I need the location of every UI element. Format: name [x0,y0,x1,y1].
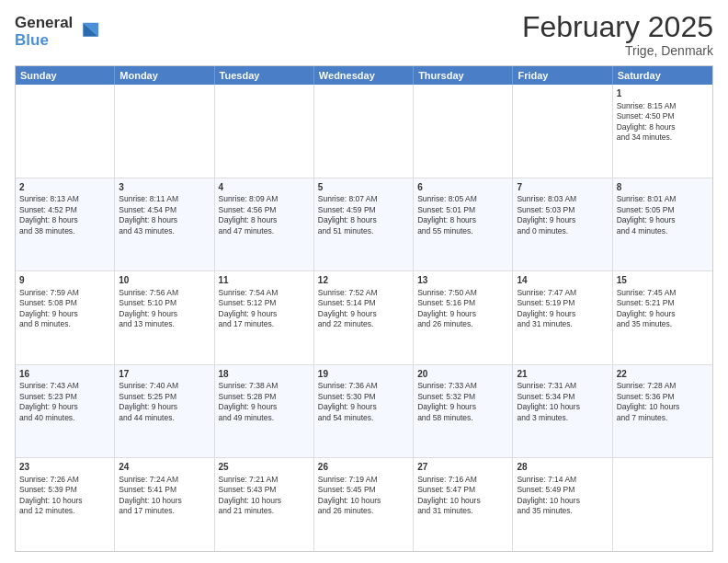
cell-content-line: Sunset: 5:23 PM [19,392,110,402]
cell-content-line: Sunrise: 7:28 AM [617,381,709,391]
cell-content-line: Sunrise: 7:56 AM [119,288,210,298]
cell-content-line: Sunrise: 8:11 AM [119,194,210,204]
cell-content-line: Sunset: 5:10 PM [119,298,210,308]
calendar-cell-w1-d5 [414,85,513,178]
cell-content-line: Sunset: 5:14 PM [318,298,409,308]
cell-content-line: Sunset: 5:30 PM [318,392,409,402]
cell-content-line: Daylight: 9 hours [417,402,508,412]
cell-content-line: Sunset: 4:59 PM [318,205,409,215]
cell-content-line: Daylight: 9 hours [517,215,608,225]
cell-content-line: and 31 minutes. [417,506,508,516]
cell-content-line: Daylight: 9 hours [19,309,110,319]
cell-content-line: Sunrise: 8:07 AM [318,194,409,204]
header-sunday: Sunday [16,66,115,85]
cell-content-line: Sunset: 5:05 PM [617,205,709,215]
calendar-cell-w1-d1 [16,85,115,178]
cell-content-line: Sunset: 5:49 PM [517,485,608,495]
cell-content-line: Daylight: 9 hours [19,402,110,412]
day-number: 25 [219,461,310,474]
cell-content-line: Sunset: 5:39 PM [19,485,110,495]
cell-content-line: Sunrise: 7:59 AM [19,288,110,298]
logo-general: General [15,15,73,32]
cell-content-line: and 51 minutes. [318,226,409,236]
cell-content-line: Daylight: 8 hours [318,215,409,225]
cell-content-line: Sunrise: 7:50 AM [417,288,508,298]
cell-content-line: Sunrise: 8:03 AM [517,194,608,204]
day-number: 2 [19,181,110,194]
cell-content-line: and 3 minutes. [517,413,608,423]
cell-content-line: Sunrise: 7:36 AM [318,381,409,391]
calendar-cell-w5-d1: 23Sunrise: 7:26 AMSunset: 5:39 PMDayligh… [16,458,115,551]
cell-content-line: and 26 minutes. [417,319,508,329]
calendar-header: Sunday Monday Tuesday Wednesday Thursday… [16,66,712,85]
cell-content-line: Daylight: 9 hours [617,309,709,319]
cell-content-line: Daylight: 10 hours [19,496,110,506]
cell-content-line: Daylight: 10 hours [617,402,709,412]
calendar-cell-w5-d3: 25Sunrise: 7:21 AMSunset: 5:43 PMDayligh… [215,458,314,551]
day-number: 26 [318,461,409,474]
cell-content-line: and 26 minutes. [318,506,409,516]
header-tuesday: Tuesday [215,66,314,85]
calendar-cell-w1-d7: 1Sunrise: 8:15 AMSunset: 4:50 PMDaylight… [613,85,712,178]
cell-content-line: Daylight: 8 hours [119,215,210,225]
day-number: 11 [219,274,310,287]
day-number: 23 [19,461,110,474]
header-friday: Friday [513,66,612,85]
calendar-week-1: 1Sunrise: 8:15 AMSunset: 4:50 PMDaylight… [16,85,712,178]
cell-content-line: and 7 minutes. [617,413,709,423]
cell-content-line: Sunset: 5:47 PM [417,485,508,495]
calendar-week-5: 23Sunrise: 7:26 AMSunset: 5:39 PMDayligh… [16,458,712,551]
header-thursday: Thursday [414,66,513,85]
cell-content-line: Daylight: 10 hours [219,496,310,506]
calendar-week-4: 16Sunrise: 7:43 AMSunset: 5:23 PMDayligh… [16,365,712,459]
cell-content-line: Sunrise: 8:05 AM [417,194,508,204]
cell-content-line: Sunset: 4:56 PM [219,205,310,215]
calendar-cell-w4-d7: 22Sunrise: 7:28 AMSunset: 5:36 PMDayligh… [613,365,712,458]
day-number: 14 [517,274,608,287]
cell-content-line: Sunrise: 7:31 AM [517,381,608,391]
cell-content-line: Sunset: 5:36 PM [617,392,709,402]
calendar-cell-w3-d4: 12Sunrise: 7:52 AMSunset: 5:14 PMDayligh… [314,271,414,364]
cell-content-line: and 0 minutes. [517,226,608,236]
logo: General Blue [15,15,100,49]
cell-content-line: Daylight: 9 hours [219,309,310,319]
cell-content-line: Sunset: 5:25 PM [119,392,210,402]
day-number: 3 [119,181,210,194]
calendar-cell-w2-d1: 2Sunrise: 8:13 AMSunset: 4:52 PMDaylight… [16,178,115,271]
day-number: 5 [318,181,409,194]
cell-content-line: Daylight: 10 hours [517,496,608,506]
calendar-cell-w5-d6: 28Sunrise: 7:14 AMSunset: 5:49 PMDayligh… [513,458,612,551]
cell-content-line: Sunrise: 7:14 AM [517,475,608,485]
cell-content-line: Sunset: 5:32 PM [417,392,508,402]
calendar-week-3: 9Sunrise: 7:59 AMSunset: 5:08 PMDaylight… [16,271,712,365]
day-number: 13 [417,274,508,287]
cell-content-line: and 17 minutes. [219,319,310,329]
calendar-cell-w5-d2: 24Sunrise: 7:24 AMSunset: 5:41 PMDayligh… [115,458,214,551]
logo-icon [74,19,100,45]
logo-blue: Blue [15,32,73,50]
cell-content-line: Daylight: 9 hours [517,309,608,319]
cell-content-line: and 47 minutes. [219,226,310,236]
calendar: Sunday Monday Tuesday Wednesday Thursday… [15,65,713,552]
calendar-cell-w3-d6: 14Sunrise: 7:47 AMSunset: 5:19 PMDayligh… [513,271,612,364]
calendar-cell-w1-d6 [513,85,612,178]
subtitle: Trige, Denmark [522,43,713,58]
cell-content-line: and 34 minutes. [617,132,709,143]
header-saturday: Saturday [613,66,712,85]
cell-content-line: Sunrise: 7:24 AM [119,475,210,485]
cell-content-line: Daylight: 9 hours [119,309,210,319]
cell-content-line: Sunset: 4:52 PM [19,205,110,215]
calendar-cell-w1-d4 [314,85,414,178]
cell-content-line: and 55 minutes. [417,226,508,236]
day-number: 6 [417,181,508,194]
cell-content-line: Sunrise: 7:33 AM [417,381,508,391]
cell-content-line: Sunrise: 7:47 AM [517,288,608,298]
calendar-cell-w5-d5: 27Sunrise: 7:16 AMSunset: 5:47 PMDayligh… [414,458,513,551]
cell-content-line: Sunset: 5:43 PM [219,485,310,495]
cell-content-line: Daylight: 8 hours [617,122,709,132]
cell-content-line: Sunrise: 7:40 AM [119,381,210,391]
day-number: 12 [318,274,409,287]
calendar-cell-w2-d7: 8Sunrise: 8:01 AMSunset: 5:05 PMDaylight… [613,178,712,271]
cell-content-line: and 35 minutes. [517,506,608,516]
title-area: February 2025 Trige, Denmark [522,11,713,58]
